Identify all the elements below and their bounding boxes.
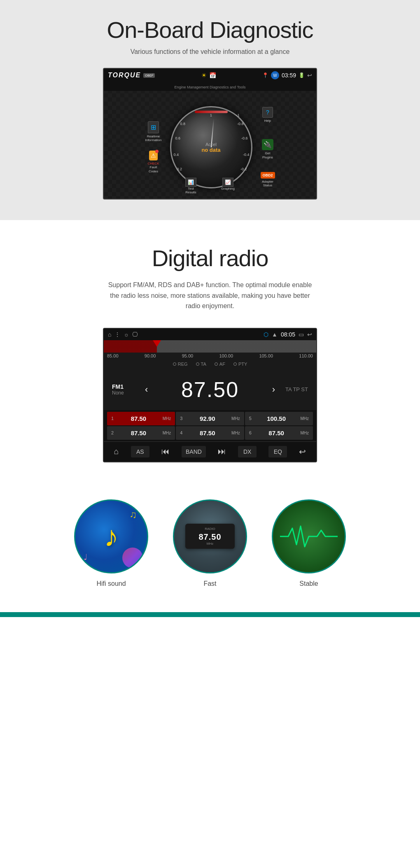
- freq-numbers: 85.00 90.00 95.00 100.00 105.00 110.00: [104, 353, 316, 359]
- menu-icon[interactable]: ⋮: [114, 331, 120, 338]
- torque-graphing[interactable]: 📈 Graphing: [221, 178, 235, 195]
- eq-button[interactable]: EQ: [268, 446, 287, 457]
- gauge-nodata: no data: [201, 147, 220, 153]
- stable-label: Stable: [299, 580, 318, 587]
- torque-wifi: W: [271, 71, 279, 79]
- radio-station-info: FM1 None: [112, 383, 137, 396]
- prev-arrow[interactable]: ‹: [145, 384, 148, 395]
- preset-1[interactable]: 1 87.50 MHz: [107, 412, 175, 425]
- freq-bar-container: [104, 340, 316, 353]
- realtime-label: RealtimeInformation: [145, 135, 161, 142]
- radio-options: REG TA AF PTY: [104, 359, 316, 369]
- battery-icon: 🔋: [299, 72, 305, 78]
- obd-title: On-Board Diagnostic: [8, 16, 412, 43]
- option-ta: TA: [196, 362, 206, 367]
- radio-station-name: None: [112, 390, 137, 396]
- torque-tagline: Engine Management Diagnostics and Tools: [175, 85, 246, 89]
- radio-title: Digital radio: [8, 245, 412, 272]
- radio-topbar-left: ⌂ ⋮ ☼ 🖵: [108, 331, 138, 338]
- obd-subtitle: Various functions of the vehicle informa…: [8, 48, 412, 56]
- preset-2[interactable]: 2 87.50 MHz: [107, 426, 175, 440]
- home-icon[interactable]: ⌂: [108, 331, 111, 338]
- radio-section: Digital radio Support FM/AM, RDS and DAB…: [0, 220, 420, 483]
- next-arrow[interactable]: ›: [272, 384, 275, 395]
- preset-mhz-3: MHz: [231, 416, 240, 421]
- stable-inner: [273, 501, 345, 572]
- preset-num-5: 5: [249, 416, 252, 421]
- preset-freq-5: 100.50: [267, 415, 286, 422]
- freq-105: 105.00: [259, 353, 273, 358]
- torque-plugins[interactable]: 🔌 GetPlugins: [262, 139, 273, 159]
- back-ctrl-icon[interactable]: ↩: [299, 447, 306, 457]
- torque-realtime[interactable]: ⊞ RealtimeInformation: [145, 121, 161, 142]
- radio-topbar: ⌂ ⋮ ☼ 🖵 ⬡ ▲ 08:05 ▭ ↩: [104, 329, 316, 340]
- hifi-label: Hifi sound: [96, 580, 126, 587]
- hifi-circle: ♪ ♫ ♩: [74, 499, 148, 573]
- preset-6[interactable]: 6 87.50 MHz: [245, 426, 313, 440]
- radio-main: FM1 None ‹ 87.50 › TA TP ST: [104, 369, 316, 410]
- fault-codes-sublabel: FaultCodes: [149, 165, 158, 173]
- obd-badge: OBD²: [143, 73, 155, 78]
- adapter-label: AdapterStatus: [262, 180, 273, 188]
- gauge-label: Accel: [201, 142, 220, 147]
- torque-right-icons: ? Help 🔌 GetPlugins OBD2 AdapterStatus: [261, 107, 275, 187]
- torque-left-icons: ⊞ RealtimeInformation ⚠ CHECK FaultCodes: [145, 121, 161, 173]
- radio-screen: ⌂ ⋮ ☼ 🖵 ⬡ ▲ 08:05 ▭ ↩ 85.00 90.00 95.00 …: [103, 328, 317, 462]
- signal-icon: ▲: [272, 331, 278, 338]
- back-arrow-icon[interactable]: ↩: [307, 331, 312, 338]
- radio-time: 08:05: [281, 331, 295, 338]
- torque-adapter[interactable]: OBD2 AdapterStatus: [261, 172, 275, 188]
- band-button[interactable]: BAND: [182, 446, 206, 457]
- preset-num-3: 3: [180, 416, 182, 421]
- preset-freq-6: 87.50: [268, 429, 284, 436]
- preset-freq-2: 87.50: [131, 429, 147, 436]
- obd-section: On-Board Diagnostic Various functions of…: [0, 0, 420, 220]
- home-ctrl-icon[interactable]: ⌂: [114, 447, 119, 456]
- features-section: ♪ ♫ ♩ Hifi sound RADIO 87.50: [0, 483, 420, 612]
- freq-indicator: [153, 340, 161, 347]
- preset-num-4: 4: [180, 430, 182, 435]
- preset-freq-3: 92.90: [200, 415, 215, 422]
- torque-bottom-icons: 📊 TestResults 📈 Graphing: [185, 178, 235, 195]
- music-note-icon: ♪: [104, 520, 119, 553]
- dx-button[interactable]: DX: [238, 446, 257, 457]
- option-reg: REG: [173, 362, 188, 367]
- prev-track-icon[interactable]: ⏮: [161, 447, 170, 456]
- preset-4[interactable]: 4 87.50 MHz: [176, 426, 244, 440]
- help-label: Help: [264, 119, 271, 123]
- preset-mhz-1: MHz: [163, 416, 171, 421]
- stable-circle: [272, 499, 346, 573]
- heartbeat-svg: [280, 524, 338, 549]
- screen-icon[interactable]: 🖵: [132, 331, 138, 338]
- radio-description: Support FM/AM, RDS and DAB+ function. Th…: [103, 280, 317, 311]
- radio-freq-display: 87.50: [156, 377, 264, 402]
- as-button[interactable]: AS: [131, 446, 149, 457]
- preset-mhz-5: MHz: [300, 416, 309, 421]
- torque-help[interactable]: ? Help: [262, 107, 273, 123]
- plugins-label: GetPlugins: [262, 151, 273, 159]
- calendar-icon: 📅: [209, 72, 216, 79]
- torque-topbar: TORQUE OBD² ☀ 📅 📍 W 03:59 🔋 ↩: [104, 69, 316, 82]
- fast-label: Fast: [203, 580, 216, 587]
- torque-test-results[interactable]: 📊 TestResults: [185, 178, 196, 195]
- fault-codes-label: CHECK: [147, 162, 159, 165]
- freq-90: 90.00: [145, 353, 156, 358]
- preset-freq-4: 87.50: [200, 429, 215, 436]
- gauge: 1 -1 0.8 -0.8 0.6 -0.6 0.4 -0.4 0.2 -0.2…: [170, 106, 252, 188]
- music-note-small-1: ♫: [129, 509, 137, 520]
- option-pty: PTY: [233, 362, 247, 367]
- torque-faults[interactable]: ⚠ CHECK FaultCodes: [147, 151, 159, 173]
- preset-mhz-4: MHz: [231, 431, 240, 435]
- brightness-icon[interactable]: ☼: [124, 331, 129, 338]
- radio-topbar-right: ⬡ ▲ 08:05 ▭ ↩: [264, 331, 312, 338]
- back-icon: ↩: [307, 72, 312, 79]
- fast-screen-brand: RADIO: [192, 527, 228, 531]
- preset-5[interactable]: 5 100.50 MHz: [245, 412, 313, 425]
- bottom-bar: [0, 612, 420, 617]
- music-note-small-2: ♩: [84, 552, 87, 562]
- next-track-icon[interactable]: ⏭: [218, 447, 226, 456]
- preset-3[interactable]: 3 92.90 MHz: [176, 412, 244, 425]
- radio-band: FM1: [112, 383, 137, 390]
- option-af: AF: [215, 362, 225, 367]
- freq-85: 85.00: [107, 353, 119, 358]
